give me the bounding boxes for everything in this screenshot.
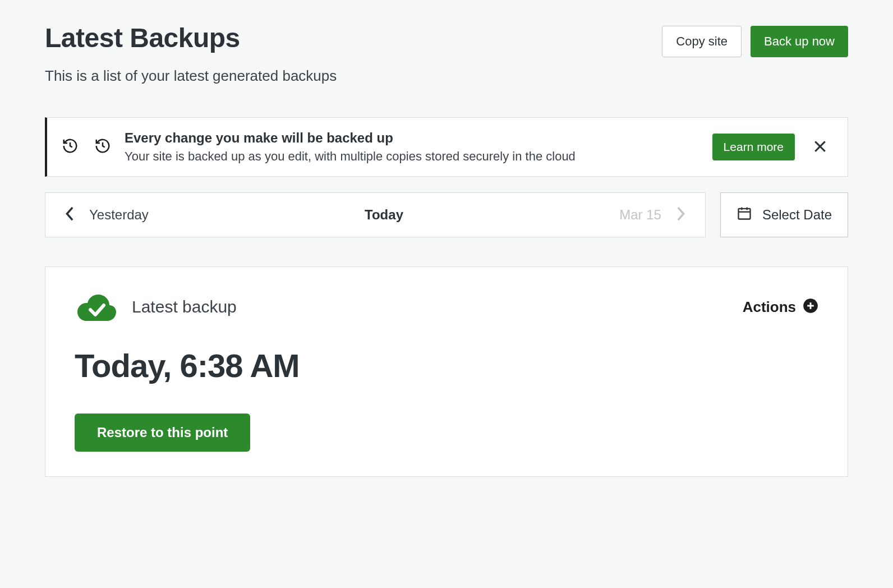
date-navigator: Yesterday Today Mar 15 bbox=[45, 192, 706, 237]
chevron-left-icon bbox=[65, 206, 76, 224]
cloud-check-icon bbox=[75, 292, 118, 322]
backup-label-group: Latest backup bbox=[75, 292, 237, 322]
actions-button[interactable]: Actions bbox=[743, 298, 818, 316]
notice-description: Your site is backed up as you edit, with… bbox=[125, 149, 699, 164]
date-navigation-row: Yesterday Today Mar 15 Select Date bbox=[45, 192, 848, 237]
plus-circle-icon bbox=[803, 298, 818, 316]
chevron-right-icon bbox=[675, 206, 686, 224]
date-prev-label: Yesterday bbox=[89, 207, 149, 223]
history-icon bbox=[62, 137, 79, 157]
svg-rect-2 bbox=[738, 209, 750, 219]
notice-banner: Every change you make will be backed up … bbox=[45, 117, 848, 177]
history-icon bbox=[94, 137, 111, 157]
notice-icons-group bbox=[62, 137, 111, 157]
learn-more-button[interactable]: Learn more bbox=[712, 134, 795, 160]
date-prev-button[interactable]: Yesterday bbox=[65, 206, 149, 224]
close-notice-button[interactable] bbox=[808, 135, 832, 160]
back-up-now-button[interactable]: Back up now bbox=[751, 26, 848, 57]
page-title: Latest Backups bbox=[45, 22, 240, 53]
date-current-label: Today bbox=[149, 207, 619, 223]
notice-text: Every change you make will be backed up … bbox=[125, 130, 699, 164]
backup-card-header: Latest backup Actions bbox=[75, 292, 818, 322]
close-icon bbox=[812, 138, 828, 157]
restore-button[interactable]: Restore to this point bbox=[75, 414, 250, 452]
notice-title: Every change you make will be backed up bbox=[125, 130, 699, 146]
latest-backup-card: Latest backup Actions Today, 6:38 AM Res… bbox=[45, 267, 848, 477]
header-actions: Copy site Back up now bbox=[662, 26, 848, 57]
copy-site-button[interactable]: Copy site bbox=[662, 26, 742, 57]
date-next-label: Mar 15 bbox=[619, 207, 661, 223]
select-date-label: Select Date bbox=[762, 207, 832, 223]
actions-label: Actions bbox=[743, 298, 796, 316]
date-next-button: Mar 15 bbox=[619, 206, 686, 224]
select-date-button[interactable]: Select Date bbox=[720, 192, 848, 237]
calendar-icon bbox=[737, 205, 752, 224]
backup-timestamp: Today, 6:38 AM bbox=[75, 347, 818, 384]
page-subtitle: This is a list of your latest generated … bbox=[45, 67, 848, 85]
backup-label: Latest backup bbox=[132, 297, 237, 316]
